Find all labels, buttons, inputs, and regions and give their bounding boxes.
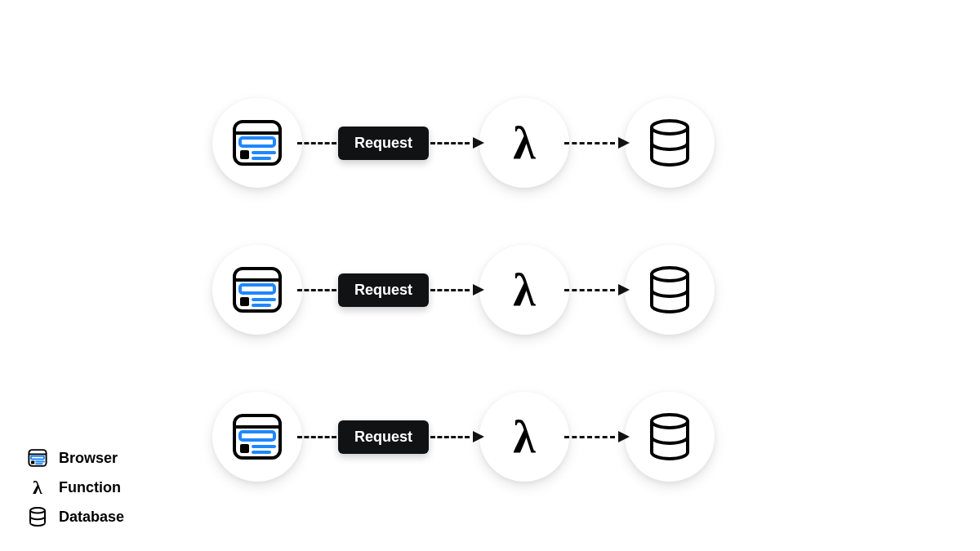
- browser-icon: [232, 119, 283, 167]
- database-icon: [648, 413, 692, 460]
- svg-rect-24: [31, 460, 34, 464]
- flow-row: Request λ: [212, 98, 715, 188]
- svg-point-27: [30, 508, 45, 513]
- request-pill: Request: [338, 420, 429, 454]
- dashed-arrow: [564, 137, 630, 149]
- lambda-icon: λ: [28, 478, 47, 497]
- lambda-icon: λ: [513, 414, 536, 460]
- browser-icon: [232, 413, 283, 460]
- svg-rect-23: [31, 456, 44, 460]
- dashed-arrow: Request: [297, 273, 484, 307]
- svg-point-20: [652, 415, 688, 428]
- database-node: [625, 98, 715, 188]
- dashed-arrow: Request: [297, 127, 484, 160]
- svg-point-6: [652, 121, 688, 134]
- database-icon: [648, 266, 692, 313]
- database-icon: [28, 507, 47, 527]
- browser-node: [212, 392, 302, 482]
- legend-label: Browser: [59, 450, 118, 467]
- dashed-arrow: Request: [297, 420, 484, 454]
- database-node: [625, 245, 715, 335]
- database-node: [625, 392, 715, 482]
- dashed-arrow: [564, 431, 630, 442]
- flow-rows-container: Request λ: [212, 98, 715, 482]
- lambda-icon: λ: [513, 267, 536, 313]
- dashed-arrow: [564, 284, 630, 295]
- legend-item-database: Database: [28, 507, 124, 527]
- legend: Browser λ Function Database: [28, 448, 124, 527]
- function-node: λ: [479, 98, 569, 188]
- browser-icon: [232, 266, 283, 313]
- browser-node: [212, 245, 302, 335]
- svg-rect-2: [240, 138, 274, 146]
- legend-item-function: λ Function: [28, 478, 124, 497]
- svg-point-13: [652, 268, 688, 281]
- legend-label: Database: [59, 509, 124, 526]
- svg-rect-3: [240, 150, 249, 159]
- svg-rect-16: [240, 432, 274, 440]
- svg-rect-9: [240, 285, 274, 293]
- function-node: λ: [479, 245, 569, 335]
- flow-row: Request λ: [212, 245, 715, 335]
- request-pill: Request: [338, 273, 429, 307]
- svg-rect-10: [240, 297, 249, 306]
- browser-icon: [28, 448, 47, 468]
- legend-item-browser: Browser: [28, 448, 124, 468]
- database-icon: [648, 119, 692, 167]
- lambda-icon: λ: [513, 120, 536, 166]
- function-node: λ: [479, 392, 569, 482]
- flow-row: Request λ: [212, 392, 715, 482]
- svg-rect-17: [240, 444, 249, 453]
- browser-node: [212, 98, 302, 188]
- request-pill: Request: [338, 127, 429, 160]
- legend-label: Function: [59, 479, 121, 496]
